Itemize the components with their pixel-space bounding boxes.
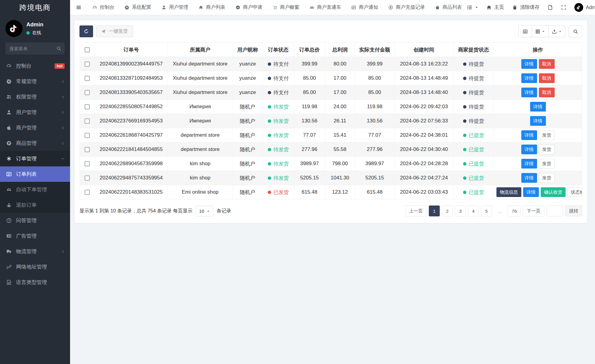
action-button-物流信息[interactable]: 物流信息 bbox=[496, 187, 521, 197]
action-button-详情[interactable]: 详情 bbox=[521, 130, 537, 140]
select-all-checkbox[interactable] bbox=[85, 47, 90, 52]
clear-cache-button[interactable]: 清除缓存 bbox=[512, 4, 540, 11]
home-button[interactable]: 主页 bbox=[486, 4, 504, 11]
next-page-button[interactable]: 下一页 bbox=[523, 205, 544, 216]
row-checkbox[interactable] bbox=[85, 62, 90, 67]
export-button[interactable] bbox=[548, 25, 565, 37]
sidebar-item-语言类型管理[interactable]: 语言类型管理 bbox=[0, 275, 70, 290]
order-no-cell: 2024081333905403535657 bbox=[95, 85, 168, 100]
row-checkbox[interactable] bbox=[85, 133, 90, 138]
tab-商户充值记录[interactable]: 商户充值记录 bbox=[383, 0, 430, 15]
sidebar-item-退款订单[interactable]: 退款订单 bbox=[0, 197, 70, 213]
column-header-操作[interactable]: 操作 bbox=[494, 43, 582, 57]
row-checkbox[interactable] bbox=[85, 175, 90, 181]
action-button-详情[interactable]: 详情 bbox=[523, 187, 539, 197]
row-checkbox[interactable] bbox=[85, 104, 90, 109]
page-button-76[interactable]: 76 bbox=[508, 205, 521, 216]
sidebar-item-物流管理[interactable]: 物流管理 bbox=[0, 244, 70, 259]
jump-page-input[interactable] bbox=[546, 205, 563, 216]
page-button-4[interactable]: 4 bbox=[468, 205, 479, 216]
sidebar-item-网络地址管理[interactable]: 网络地址管理 bbox=[0, 259, 70, 275]
column-header-订单状态[interactable]: 订单状态 bbox=[263, 43, 294, 57]
column-header-订单号[interactable]: 订单号 bbox=[95, 43, 168, 57]
page-button-5[interactable]: 5 bbox=[481, 205, 492, 216]
tab-商户申请[interactable]: 商户申请 bbox=[230, 0, 267, 15]
action-button-取消[interactable]: 取消 bbox=[539, 88, 555, 97]
sidebar-item-广告管理[interactable]: 广告管理 bbox=[0, 228, 70, 244]
sidebar-item-订单列表[interactable]: 订单列表 bbox=[0, 166, 70, 182]
action-button-详情[interactable]: 详情 bbox=[530, 102, 546, 112]
tab-商品列表[interactable]: 商品列表 bbox=[430, 0, 467, 15]
column-header-实际支付金额[interactable]: 实际支付金额 bbox=[355, 43, 395, 57]
tab-商户列表[interactable]: 商户列表 bbox=[193, 0, 230, 15]
table-row: 2024062261868740425797department store随机… bbox=[80, 128, 582, 142]
row-checkbox[interactable] bbox=[85, 76, 90, 81]
sidebar-item-商品管理[interactable]: 商品管理 bbox=[0, 135, 70, 151]
sidebar-item-问答管理[interactable]: 问答管理 bbox=[0, 213, 70, 228]
tab-用户管理[interactable]: 用户管理 bbox=[156, 0, 193, 15]
hamburger-icon[interactable] bbox=[70, 5, 87, 10]
sidebar-item-订单管理[interactable]: 订单管理 bbox=[0, 151, 70, 166]
tab-商户橱窗[interactable]: 商户橱窗 bbox=[267, 0, 304, 15]
sidebar-item-常规管理[interactable]: 常规管理 bbox=[0, 74, 70, 89]
column-header-商家提货状态[interactable]: 商家提货状态 bbox=[454, 43, 494, 57]
row-checkbox[interactable] bbox=[85, 147, 90, 152]
page-size-select[interactable]: 10 bbox=[196, 206, 214, 216]
action-button-发货[interactable]: 发货 bbox=[539, 130, 555, 140]
action-button-详情[interactable]: 详情 bbox=[521, 145, 537, 154]
jump-button[interactable]: 跳转 bbox=[565, 205, 582, 216]
language-file-button[interactable] bbox=[548, 5, 553, 10]
product-icon bbox=[5, 141, 12, 146]
column-header-用户昵称[interactable]: 用户昵称 bbox=[233, 43, 263, 57]
action-button-详情[interactable]: 详情 bbox=[521, 73, 537, 83]
page-button-2[interactable]: 2 bbox=[442, 205, 453, 216]
action-button-详情[interactable]: 详情 bbox=[521, 173, 537, 183]
action-button-发货[interactable]: 发货 bbox=[539, 159, 555, 169]
action-button-确认收货[interactable]: 确认收货 bbox=[541, 187, 566, 197]
actions-cell: 详情发货 bbox=[494, 171, 582, 185]
action-button-详情[interactable]: 详情 bbox=[521, 88, 537, 97]
action-button-取消[interactable]: 取消 bbox=[539, 73, 555, 83]
action-button-详情[interactable]: 详情 bbox=[530, 116, 546, 126]
toggle-view-button[interactable] bbox=[518, 25, 532, 37]
action-button-发货[interactable]: 发货 bbox=[539, 145, 555, 154]
fullscreen-button[interactable] bbox=[561, 5, 566, 10]
action-button-发货[interactable]: 发货 bbox=[539, 173, 555, 183]
user-name: Admin bbox=[26, 22, 43, 28]
row-checkbox[interactable] bbox=[85, 119, 90, 124]
sidebar-item-用户管理[interactable]: 用户管理 bbox=[0, 105, 70, 120]
app-title: 跨境电商 bbox=[0, 0, 70, 15]
action-button-详情[interactable]: 详情 bbox=[521, 59, 537, 69]
action-button-状态修改[interactable]: 状态修改 bbox=[567, 187, 582, 197]
columns-button[interactable] bbox=[532, 25, 549, 37]
tab-系统配置[interactable]: 系统配置 bbox=[119, 0, 156, 15]
tab-商户通知[interactable]: 商户通知 bbox=[346, 0, 383, 15]
column-header-订单总价[interactable]: 订单总价 bbox=[294, 43, 325, 57]
one-click-ship-button[interactable]: 一键发货 bbox=[96, 25, 133, 37]
action-button-详情[interactable]: 详情 bbox=[521, 159, 537, 169]
row-checkbox[interactable] bbox=[85, 90, 90, 95]
admin-menu[interactable]: Admin bbox=[574, 3, 595, 12]
page-button-1[interactable]: 1 bbox=[429, 205, 440, 216]
action-button-取消[interactable]: 取消 bbox=[539, 59, 555, 69]
menu-search-input[interactable] bbox=[5, 42, 65, 55]
prev-page-button[interactable]: 上一页 bbox=[405, 205, 427, 216]
row-checkbox[interactable] bbox=[85, 190, 90, 195]
row-checkbox[interactable] bbox=[85, 161, 90, 166]
tab-商户直通车[interactable]: 商户直通车 bbox=[304, 0, 346, 15]
search-icon[interactable] bbox=[56, 46, 61, 51]
sidebar-item-自动下单管理[interactable]: 自动下单管理 bbox=[0, 182, 70, 197]
column-header-创建时间[interactable]: 创建时间 bbox=[395, 43, 454, 57]
nav-list-dropdown[interactable] bbox=[467, 5, 478, 10]
tab-控制台[interactable]: 控制台 bbox=[87, 0, 119, 15]
sidebar-item-商户管理[interactable]: 商户管理 bbox=[0, 120, 70, 135]
profit-cell: 80.00 bbox=[325, 57, 355, 71]
page-button-3[interactable]: 3 bbox=[455, 205, 466, 216]
search-toggle-button[interactable] bbox=[569, 25, 582, 37]
sidebar-item-权限管理[interactable]: 权限管理 bbox=[0, 89, 70, 105]
column-header-所属商户[interactable]: 所属商户 bbox=[168, 43, 233, 57]
refresh-button[interactable] bbox=[79, 25, 93, 37]
order-status-badge: 待发货 bbox=[268, 146, 289, 153]
sidebar-item-控制台[interactable]: 控制台hot bbox=[0, 58, 70, 74]
column-header-总利润[interactable]: 总利润 bbox=[325, 43, 355, 57]
